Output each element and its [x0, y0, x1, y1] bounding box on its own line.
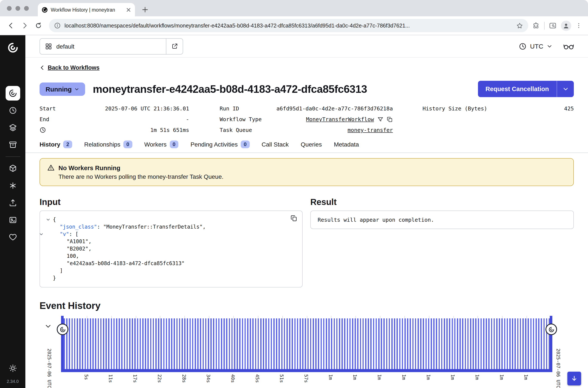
timeline-tick-label: 1m — [352, 374, 358, 380]
input-heading: Input — [40, 197, 303, 207]
browser-menu-icon[interactable] — [576, 22, 582, 29]
scroll-to-bottom-button[interactable] — [567, 372, 581, 386]
run-id-label: Run ID — [189, 103, 269, 114]
namespace-icon — [45, 43, 52, 50]
start-value: 2025-07-06 UTC 21:36:36.01 — [104, 103, 189, 114]
timeline-tick-label: 17s — [132, 374, 138, 383]
window-controls — [7, 6, 29, 11]
duration-value: 1m 51s 651ms — [104, 125, 189, 135]
cancellation-menu-button[interactable] — [557, 81, 574, 97]
address-bar[interactable]: localhost:8080/namespaces/default/workfl… — [49, 19, 528, 32]
timeline-event-bars[interactable] — [64, 318, 550, 369]
input-json: { "json_class": "MoneyTransfer::Transfer… — [46, 216, 296, 282]
tab-queries[interactable]: Queries — [301, 141, 322, 148]
task-queue-link[interactable]: money-transfer — [347, 127, 393, 133]
toolbar-divider — [544, 22, 545, 29]
profile-avatar[interactable] — [561, 20, 571, 31]
back-to-workflows-link[interactable]: Back to Workflows — [40, 64, 99, 71]
timeline-tick-label: 1m — [523, 374, 529, 380]
tab-close-icon[interactable] — [126, 7, 131, 12]
sidebar-item-archive[interactable] — [5, 138, 20, 152]
tab-workers-count: 0 — [170, 141, 178, 148]
banner-title: No Workers Running — [58, 164, 120, 171]
timezone-select[interactable]: UTC — [519, 42, 552, 50]
zoom-window-button[interactable] — [24, 6, 29, 11]
timeline-tick-label: 28s — [181, 374, 187, 383]
result-card: Results will appear upon completion. — [310, 211, 574, 229]
site-info-icon[interactable] — [54, 22, 61, 29]
end-label: End — [40, 114, 104, 125]
collapse-caret-icon[interactable] — [46, 218, 50, 222]
theme-toggle-sun-icon[interactable] — [5, 361, 20, 376]
timeline-tick-label: 45s — [254, 374, 260, 383]
timeline-tick-label: 11s — [108, 374, 113, 383]
temporal-logo — [7, 42, 18, 53]
browser-toolbar: localhost:8080/namespaces/default/workfl… — [0, 16, 588, 35]
sidebar-item-schedules[interactable] — [5, 103, 20, 118]
tab-workers[interactable]: Workers0 — [144, 141, 178, 148]
sidebar-item-gallery[interactable] — [5, 213, 20, 227]
timeline-tick-label: 34s — [205, 374, 211, 383]
duration-clock-icon — [40, 125, 104, 135]
chevron-down-icon — [563, 86, 568, 92]
workflow-start-marker-icon[interactable] — [57, 324, 68, 335]
tab-pending-activities-count: 0 — [241, 141, 249, 148]
request-cancellation-button[interactable]: Request Cancellation — [478, 81, 557, 97]
close-window-button[interactable] — [7, 6, 12, 11]
toolbar-right — [533, 20, 584, 31]
new-tab-button[interactable] — [139, 4, 150, 15]
sidebar-item-import[interactable] — [5, 195, 20, 210]
tab-relationships[interactable]: Relationships0 — [84, 141, 132, 148]
sidebar-item-batch-operations[interactable] — [5, 120, 20, 135]
timeline-tick-label: 1m — [450, 374, 455, 380]
sidebar-item-feedback[interactable] — [5, 230, 20, 244]
tab-history[interactable]: History2 — [40, 141, 72, 148]
start-label: Start — [40, 103, 104, 114]
tab-metadata[interactable]: Metadata — [334, 141, 359, 148]
workflow-title: moneytransfer-e4242aa5-b08d-4183-a472-df… — [93, 83, 367, 95]
back-icon[interactable] — [4, 19, 17, 32]
sidebar-item-worker-deployments[interactable] — [5, 178, 20, 193]
namespace-select[interactable]: default — [40, 38, 166, 54]
extensions-icon[interactable] — [533, 22, 540, 29]
app-sidebar: 2.34.0 — [0, 35, 25, 388]
tab-call-stack[interactable]: Call Stack — [262, 141, 289, 148]
tab-history-count: 2 — [63, 141, 72, 148]
sidebar-item-nexus[interactable] — [5, 161, 20, 176]
tab-search-icon[interactable] — [549, 22, 557, 29]
tab-relationships-count: 0 — [123, 141, 132, 148]
event-history-heading: Event History — [40, 300, 574, 312]
copy-icon[interactable] — [387, 116, 393, 122]
status-chevron-icon — [74, 87, 79, 91]
timeline-start-time: 2025-07-06 UTC — [47, 348, 52, 388]
forward-icon[interactable] — [18, 19, 31, 32]
tab-pending-activities[interactable]: Pending Activities0 — [190, 141, 249, 148]
result-heading: Result — [310, 197, 574, 207]
browser-tab[interactable]: Workflow History | moneytran — [38, 3, 135, 16]
workflow-type-link[interactable]: MoneyTransferWorkflow — [306, 114, 374, 125]
collapse-caret-icon[interactable] — [39, 232, 43, 236]
bookmark-star-icon[interactable] — [516, 22, 523, 29]
sidebar-item-workflows[interactable] — [5, 86, 20, 100]
tab-title: Workflow History | moneytran — [51, 7, 123, 12]
status-badge[interactable]: Running — [40, 82, 85, 96]
workflow-current-marker-icon[interactable] — [545, 324, 557, 335]
timeline-tick-label: 1m — [401, 374, 407, 380]
labs-glasses-icon[interactable] — [564, 42, 574, 50]
workflow-tabs: History2 Relationships0 Workers0 Pending… — [40, 141, 574, 148]
history-size-value: 425 — [487, 103, 574, 114]
run-id-value: a6fd95d1-da0c-4d2e-a77c-786f3d76218a — [269, 103, 393, 114]
namespace-bar: default UTC — [25, 35, 588, 58]
favicon-temporal-icon — [42, 7, 48, 13]
reload-icon[interactable] — [32, 19, 45, 32]
chevron-down-icon — [547, 43, 552, 49]
timeline-collapse-icon[interactable] — [45, 323, 51, 330]
namespace-external-link-icon[interactable] — [166, 38, 183, 54]
minimize-window-button[interactable] — [16, 6, 20, 11]
browser-window: Workflow History | moneytran localhost:8… — [0, 0, 588, 388]
task-queue-label: Task Queue — [189, 125, 269, 135]
filter-icon[interactable] — [377, 116, 383, 122]
input-section: Input { "json_class": "MoneyTransfer::Tr… — [40, 197, 303, 288]
warning-icon — [47, 164, 55, 171]
timezone-label: UTC — [530, 43, 543, 50]
